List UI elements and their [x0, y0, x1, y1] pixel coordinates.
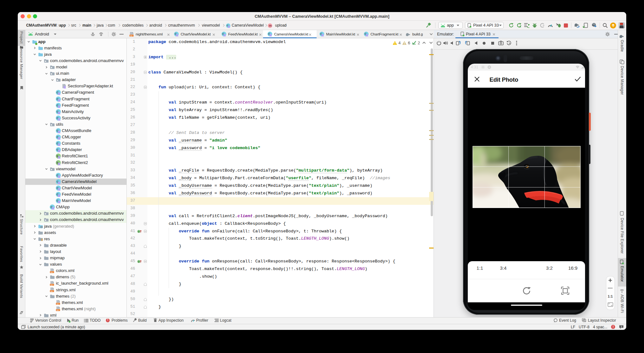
svg-text:A: A	[519, 25, 521, 28]
svg-text:o: o	[138, 260, 139, 263]
svg-text:<>: <>	[130, 35, 132, 37]
svg-text:o: o	[138, 230, 139, 233]
